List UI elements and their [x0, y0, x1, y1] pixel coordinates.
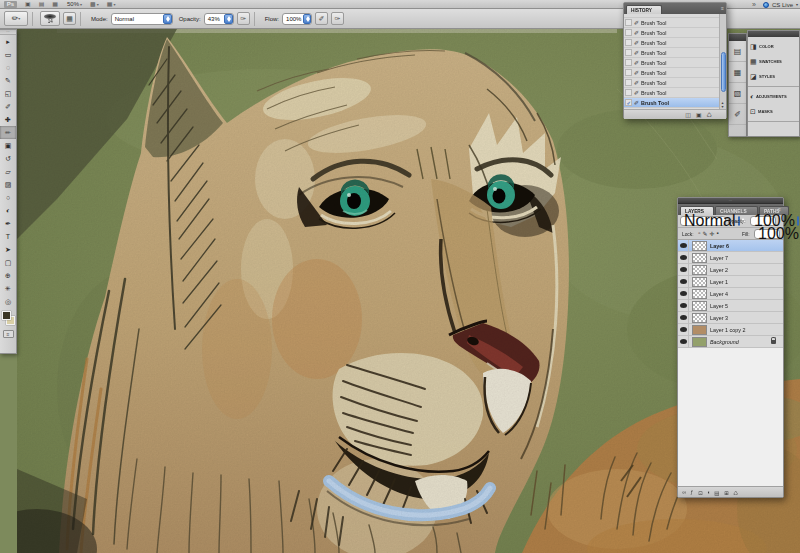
new-adjustment-layer-icon[interactable]: ◐: [707, 489, 710, 494]
eyedropper-tool[interactable]: ✐: [0, 100, 16, 113]
history-source-well[interactable]: [625, 49, 632, 56]
history-source-well[interactable]: [625, 89, 632, 96]
eraser-tool[interactable]: ▱: [0, 165, 16, 178]
layer-visibility-toggle[interactable]: [678, 336, 689, 348]
view-extras-icon[interactable]: ▤: [39, 1, 45, 8]
layer-name[interactable]: Layer 3: [710, 315, 728, 320]
color-panel-button[interactable]: ◨COLOR: [748, 39, 799, 54]
layer-style-icon[interactable]: ƒ: [690, 489, 693, 494]
new-snapshot-icon[interactable]: ▣: [696, 111, 702, 119]
blend-mode-select[interactable]: Normal: [111, 13, 173, 25]
collapsed-panel-icon-3[interactable]: ▧: [729, 83, 746, 104]
layer-row[interactable]: Layer 2: [678, 264, 783, 276]
zoom-tool-icon[interactable]: ▦: [52, 1, 58, 8]
delete-state-icon[interactable]: ♺: [707, 111, 712, 119]
layer-thumbnail[interactable]: [692, 301, 707, 311]
history-state[interactable]: ✐Brush Tool: [624, 28, 726, 38]
quick-mask-button[interactable]: ≡: [3, 330, 14, 338]
layer-thumbnail[interactable]: [692, 253, 707, 263]
history-state[interactable]: ✐✐Brush Tool: [624, 98, 726, 108]
history-source-well[interactable]: ✐: [625, 99, 632, 106]
lock-position-icon[interactable]: ✛: [710, 230, 715, 237]
delete-layer-icon[interactable]: ♺: [733, 489, 738, 495]
history-source-well[interactable]: [625, 79, 632, 86]
new-document-from-state-icon[interactable]: ◫: [685, 111, 691, 119]
foreground-color-swatch[interactable]: [2, 311, 11, 320]
lock-transparency-icon[interactable]: ▫: [698, 230, 700, 237]
pen-tool[interactable]: ✒: [0, 217, 16, 230]
toggle-brush-panel-button[interactable]: ▦: [63, 12, 76, 25]
brush-preset-picker[interactable]: 14: [40, 11, 60, 26]
layer-name[interactable]: Layer 1 copy 2: [710, 327, 745, 332]
tablet-pressure-size-button[interactable]: ✑: [331, 12, 344, 25]
collapsed-panel-icon-1[interactable]: ▤: [729, 41, 746, 62]
path-selection-tool[interactable]: ➤: [0, 243, 16, 256]
layer-row[interactable]: Layer 4: [678, 288, 783, 300]
layer-row[interactable]: Layer 1: [678, 276, 783, 288]
spot-healing-brush-tool[interactable]: ✚: [0, 113, 16, 126]
layer-visibility-toggle[interactable]: [678, 240, 689, 252]
layer-name[interactable]: Layer 7: [710, 255, 728, 260]
current-tool-button[interactable]: ✏ ▾: [4, 11, 28, 26]
styles-panel-button[interactable]: ◪STYLES: [748, 69, 799, 84]
layer-name[interactable]: Layer 2: [710, 267, 728, 272]
layer-thumbnail[interactable]: [692, 337, 707, 347]
layer-visibility-toggle[interactable]: [678, 312, 689, 324]
layer-thumbnail[interactable]: [692, 289, 707, 299]
stepper-icon[interactable]: [224, 14, 233, 24]
screen-mode-icon[interactable]: ▩▾: [90, 1, 99, 8]
history-panel-header[interactable]: HISTORY ≡: [624, 3, 726, 14]
history-state[interactable]: ✐Brush Tool: [624, 78, 726, 88]
layer-thumbnail[interactable]: [692, 325, 707, 335]
quick-selection-tool[interactable]: ✎: [0, 74, 16, 87]
launch-bridge-icon[interactable]: ▣: [25, 1, 31, 8]
panel-menu-icon[interactable]: ≡: [721, 5, 724, 11]
tablet-pressure-opacity-button[interactable]: ✑: [237, 12, 250, 25]
layer-visibility-toggle[interactable]: [678, 252, 689, 264]
layer-visibility-toggle[interactable]: [678, 264, 689, 276]
zoom-level-select[interactable]: 50%▾: [67, 1, 82, 7]
layer-row[interactable]: Layer 3: [678, 312, 783, 324]
collapsed-panel-icon-4[interactable]: ✐: [729, 104, 746, 125]
layer-thumbnail[interactable]: [692, 313, 707, 323]
zoom-tool[interactable]: ◎: [0, 295, 16, 308]
layer-row[interactable]: Layer 1 copy 2: [678, 324, 783, 336]
new-layer-icon[interactable]: ⊞: [724, 489, 729, 495]
airbrush-toggle-button[interactable]: ✐: [315, 12, 328, 25]
layer-thumbnail[interactable]: [692, 241, 707, 251]
stepper-icon[interactable]: [303, 14, 311, 24]
hand-tool[interactable]: ✳: [0, 282, 16, 295]
history-state[interactable]: ✐Brush Tool: [624, 48, 726, 58]
history-source-well[interactable]: [625, 59, 632, 66]
history-source-well[interactable]: [625, 19, 632, 26]
layer-blend-mode-select[interactable]: Normal: [680, 216, 726, 226]
layer-name[interactable]: Background: [710, 339, 739, 344]
stepper-icon[interactable]: [163, 14, 172, 24]
history-state[interactable]: ✐Brush Tool: [624, 58, 726, 68]
lock-all-icon[interactable]: ▪: [717, 230, 719, 237]
layer-row[interactable]: Layer 7: [678, 252, 783, 264]
layer-thumbnail[interactable]: [692, 277, 707, 287]
new-group-icon[interactable]: ▤: [715, 489, 720, 495]
layer-name[interactable]: Layer 1: [710, 279, 728, 284]
3d-object-rotate-tool[interactable]: ⊕: [0, 269, 16, 282]
scrollbar-thumb[interactable]: [721, 52, 726, 92]
dodge-tool[interactable]: ◐: [0, 204, 16, 217]
clone-stamp-tool[interactable]: ▣: [0, 139, 16, 152]
rectangular-marquee-tool[interactable]: ▭: [0, 48, 16, 61]
history-state[interactable]: ✐Brush Tool: [624, 68, 726, 78]
layer-name[interactable]: Layer 6: [710, 243, 729, 248]
move-tool[interactable]: ▸: [0, 35, 16, 48]
layer-visibility-toggle[interactable]: [678, 288, 689, 300]
masks-panel-button[interactable]: ⊡MASKS: [748, 104, 799, 119]
panel-overflow-chevrons[interactable]: »: [752, 1, 756, 8]
scrollbar-arrows[interactable]: ▴▾: [719, 101, 726, 109]
history-brush-tool[interactable]: ↺: [0, 152, 16, 165]
add-layer-mask-icon[interactable]: ⊡: [698, 489, 703, 495]
adjustments-panel-button[interactable]: ◐ADJUSTMENTS: [748, 89, 799, 104]
rectangle-shape-tool[interactable]: ▢: [0, 256, 16, 269]
crop-tool[interactable]: ◱: [0, 87, 16, 100]
layer-visibility-toggle[interactable]: [678, 324, 689, 336]
lasso-tool[interactable]: ◌: [0, 61, 16, 74]
history-source-well[interactable]: [625, 69, 632, 76]
